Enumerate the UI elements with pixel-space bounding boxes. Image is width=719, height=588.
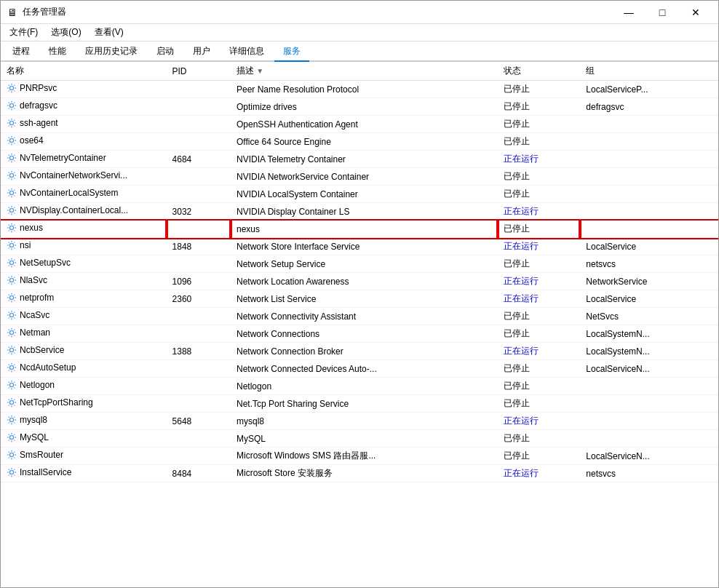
table-row[interactable]: nsi1848Network Store Interface Service正在… — [1, 238, 718, 255]
table-row[interactable]: netprofm2360Network List Service正在运行Loca… — [1, 290, 718, 308]
maximize-button[interactable]: □ — [645, 1, 679, 24]
table-row[interactable]: nexusnexus已停止 — [1, 220, 718, 238]
tab-performance[interactable]: 性能 — [40, 42, 75, 62]
svg-point-9 — [10, 244, 14, 247]
service-icon-name: NcdAutoSetup — [7, 362, 76, 373]
table-row[interactable]: mysql85648mysql8正在运行 — [1, 413, 718, 430]
service-icon-name: InstallService — [7, 467, 71, 477]
table-row[interactable]: NetlogonNetlogon已停止 — [1, 378, 718, 395]
table-row[interactable]: ose64Office 64 Source Engine已停止 — [1, 133, 718, 151]
service-status-cell: 已停止 — [498, 116, 581, 133]
service-name: NVDisplay.ContainerLocal... — [20, 205, 128, 215]
table-row[interactable]: NvContainerNetworkServi...NVIDIA Network… — [1, 168, 718, 186]
service-desc-cell: Peer Name Resolution Protocol — [231, 81, 498, 98]
table-row[interactable]: NvTelemetryContainer4684NVIDIA Telemetry… — [1, 151, 718, 168]
service-group-cell: netsvcs — [580, 465, 718, 482]
svg-point-6 — [10, 191, 14, 195]
svg-point-20 — [10, 436, 14, 440]
table-row[interactable]: PNRPsvcPeer Name Resolution Protocol已停止L… — [1, 81, 718, 98]
service-name-cell: nsi — [1, 238, 167, 255]
service-icon-name: nexus — [7, 223, 43, 233]
table-row[interactable]: NetTcpPortSharingNet.Tcp Port Sharing Se… — [1, 395, 718, 413]
service-pid-cell: 1096 — [167, 273, 231, 290]
service-status-cell: 正在运行 — [498, 343, 581, 360]
table-row[interactable]: NcbService1388Network Connection Broker正… — [1, 343, 718, 360]
service-name: SmsRouter — [20, 450, 63, 460]
table-row[interactable]: defragsvcOptimize drives已停止defragsvc — [1, 98, 718, 116]
service-status-cell: 已停止 — [498, 430, 581, 448]
table-row[interactable]: NcaSvcNetwork Connectivity Assistant已停止N… — [1, 308, 718, 325]
col-header-pid[interactable]: PID — [167, 62, 231, 81]
table-row[interactable]: NetmanNetwork Connections已停止LocalSystemN… — [1, 325, 718, 343]
app-icon: 🖥 — [7, 7, 18, 18]
service-name-cell: defragsvc — [1, 98, 167, 116]
svg-point-15 — [10, 349, 14, 352]
service-pid-cell — [167, 98, 231, 116]
service-pid-cell — [167, 116, 231, 133]
service-group-cell — [580, 413, 718, 430]
service-group-cell — [580, 395, 718, 413]
service-icon-name: SmsRouter — [7, 450, 63, 460]
menu-view[interactable]: 查看(V) — [89, 25, 130, 40]
service-pid-cell — [167, 360, 231, 378]
service-name: NcbService — [20, 345, 64, 355]
service-icon-name: NetTcpPortSharing — [7, 397, 93, 408]
service-name-cell: Netlogon — [1, 378, 167, 395]
table-row[interactable]: MySQLMySQL已停止 — [1, 430, 718, 448]
service-status-cell: 已停止 — [498, 378, 581, 395]
svg-point-2 — [10, 122, 14, 125]
service-name-cell: ose64 — [1, 133, 167, 151]
service-name: MySQL — [20, 432, 49, 442]
service-icon-name: nsi — [7, 240, 31, 250]
service-name-cell: NVDisplay.ContainerLocal... — [1, 203, 167, 220]
service-status-cell: 正在运行 — [498, 203, 581, 220]
col-header-group[interactable]: 组 — [580, 62, 718, 81]
svg-point-4 — [10, 156, 14, 160]
service-status-cell: 正在运行 — [498, 290, 581, 308]
tab-startup[interactable]: 启动 — [148, 42, 183, 62]
service-pid-cell — [167, 308, 231, 325]
service-name-cell: NetSetupSvc — [1, 255, 167, 273]
service-desc-cell: NVIDIA Telemetry Container — [231, 151, 498, 168]
service-group-cell — [580, 378, 718, 395]
tab-users[interactable]: 用户 — [184, 42, 219, 62]
col-header-name[interactable]: 名称 — [1, 62, 167, 81]
service-name-cell: ssh-agent — [1, 116, 167, 133]
service-desc-cell: Network List Service — [231, 290, 498, 308]
menu-file[interactable]: 文件(F) — [4, 25, 44, 40]
service-group-cell — [580, 116, 718, 133]
svg-point-22 — [10, 471, 14, 474]
menu-bar: 文件(F) 选项(O) 查看(V) — [1, 24, 718, 41]
menu-options[interactable]: 选项(O) — [45, 25, 87, 40]
svg-point-12 — [10, 296, 14, 300]
service-pid-cell — [167, 255, 231, 273]
table-row[interactable]: NvContainerLocalSystemNVIDIA LocalSystem… — [1, 186, 718, 203]
table-row[interactable]: NcdAutoSetupNetwork Connected Devices Au… — [1, 360, 718, 378]
service-name-cell: NcbService — [1, 343, 167, 360]
col-header-status[interactable]: 状态 — [498, 62, 581, 81]
service-pid-cell — [167, 325, 231, 343]
tab-services[interactable]: 服务 — [274, 42, 309, 62]
table-row[interactable]: NlaSvc1096Network Location Awareness正在运行… — [1, 273, 718, 290]
close-button[interactable]: ✕ — [679, 1, 712, 24]
service-name: defragsvc — [20, 100, 57, 111]
table-row[interactable]: SmsRouterMicrosoft Windows SMS 路由器服...已停… — [1, 448, 718, 465]
col-header-desc[interactable]: 描述 ▼ — [231, 62, 498, 81]
service-pid-cell — [167, 168, 231, 186]
service-group-cell — [580, 168, 718, 186]
minimize-button[interactable]: — — [612, 1, 645, 24]
tab-processes[interactable]: 进程 — [4, 42, 39, 62]
tab-app-history[interactable]: 应用历史记录 — [76, 42, 146, 62]
table-row[interactable]: InstallService8484Microsoft Store 安装服务正在… — [1, 465, 718, 482]
table-row[interactable]: NetSetupSvcNetwork Setup Service已停止netsv… — [1, 255, 718, 273]
service-name-cell: NlaSvc — [1, 273, 167, 290]
svg-point-7 — [10, 209, 14, 212]
service-group-cell — [580, 220, 718, 238]
tab-details[interactable]: 详细信息 — [221, 42, 273, 62]
service-name: ssh-agent — [20, 118, 58, 128]
services-table-container[interactable]: 名称 PID 描述 ▼ 状态 组 — [1, 62, 718, 587]
service-pid-cell: 3032 — [167, 203, 231, 220]
table-row[interactable]: ssh-agentOpenSSH Authentication Agent已停止 — [1, 116, 718, 133]
service-status-cell: 正在运行 — [498, 465, 581, 482]
table-row[interactable]: NVDisplay.ContainerLocal...3032NVIDIA Di… — [1, 203, 718, 220]
